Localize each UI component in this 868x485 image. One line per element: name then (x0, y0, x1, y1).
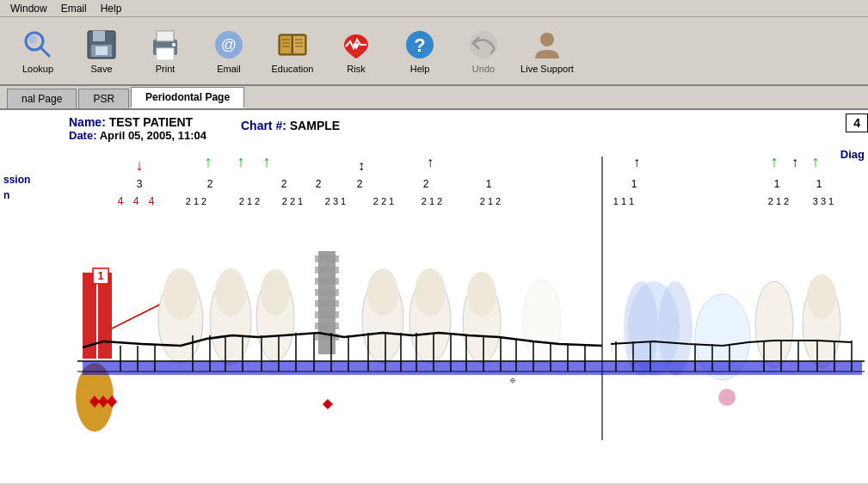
diamond-implant (323, 399, 333, 409)
arrow-green-up-1: ↑ (205, 153, 212, 170)
tooth-3 (210, 268, 251, 365)
num-top-6: 2 (423, 178, 429, 190)
arrow-black-up-2: ↑ (633, 155, 640, 169)
num-b-5: 2 2 1 (373, 196, 394, 206)
num-top-3: 2 (281, 178, 287, 190)
num-b-2: 2 1 2 (239, 196, 260, 206)
patient-name-row: Name: TEST PATIENT (69, 115, 206, 129)
svg-point-32 (163, 268, 198, 320)
num-top-10: 1 (816, 178, 822, 190)
risk-label: Risk (347, 64, 365, 74)
num-top-8: 1 (631, 178, 637, 190)
livesupport-label: Live Support (520, 64, 574, 74)
svg-point-27 (540, 33, 554, 46)
chart-label: Chart #: (241, 119, 286, 132)
svg-rect-21 (295, 42, 303, 44)
svg-rect-40 (315, 278, 339, 285)
print-icon (148, 28, 182, 62)
print-button[interactable]: Print (134, 21, 196, 81)
chart-value: SAMPLE (290, 119, 340, 132)
svg-rect-18 (282, 42, 290, 44)
education-button[interactable]: Education (262, 21, 323, 81)
tooth-7 (409, 268, 451, 363)
tooth-11 (755, 281, 793, 367)
risk-icon: ♥ (339, 28, 373, 62)
lookup-icon (21, 28, 55, 62)
lookup-label: Lookup (22, 64, 53, 74)
svg-rect-38 (315, 255, 339, 262)
menu-window[interactable]: Window (3, 1, 54, 16)
svg-point-34 (215, 268, 246, 316)
num-b-6: 2 1 2 (422, 196, 442, 206)
svg-point-59 (807, 274, 836, 319)
tab-nal[interactable]: nal Page (7, 89, 77, 108)
num-b-10: 3 3 1 (813, 196, 834, 206)
svg-rect-44 (315, 322, 339, 329)
svg-point-36 (261, 269, 290, 316)
menubar: Window Email Help (0, 0, 868, 17)
education-icon (275, 28, 310, 62)
toolbar: Lookup Save Print (0, 17, 868, 86)
svg-rect-4 (93, 31, 105, 41)
num-top-1: 3 (137, 178, 143, 190)
tab-psr[interactable]: PSR (78, 89, 129, 108)
svg-point-2 (28, 35, 37, 44)
menu-email[interactable]: Email (54, 1, 94, 16)
undo-button[interactable]: Undo (452, 21, 514, 81)
tab-periodontal[interactable]: Periodontal Page (131, 87, 244, 108)
help-icon: ? (403, 28, 437, 62)
tooth-8 (463, 272, 501, 363)
num-red-1: 4 (118, 195, 124, 207)
num-red-2: 4 (133, 195, 139, 207)
tooth-2 (158, 268, 203, 363)
email-icon: @ (212, 28, 246, 62)
menu-help[interactable]: Help (94, 1, 129, 16)
svg-text:@: @ (221, 36, 237, 53)
date-label: Date: (69, 129, 97, 142)
tooth-gap (523, 280, 561, 363)
blue-bar-right (607, 361, 862, 375)
risk-button[interactable]: ♥ Risk (325, 21, 387, 81)
svg-rect-30 (98, 273, 112, 359)
email-label: Email (217, 64, 241, 74)
svg-rect-41 (315, 289, 339, 296)
patient-date-row: Date: April 05, 2005, 11:04 (69, 129, 206, 142)
num-red-3: 4 (149, 195, 155, 207)
arrow-black-up-1: ↑ (427, 155, 434, 169)
name-value: TEST PATIENT (109, 115, 193, 129)
svg-point-51 (467, 272, 496, 316)
chart-number-row: Chart #: SAMPLE (241, 119, 340, 132)
tooth-1: 1 (76, 268, 172, 432)
arrow-black-up-right: ↑ (791, 155, 798, 169)
arrow-green-up-3: ↑ (263, 153, 271, 170)
arrow-green-up-right-2: ↑ (812, 153, 820, 170)
undo-label: Undo (472, 64, 495, 74)
svg-rect-17 (282, 39, 290, 40)
svg-point-47 (367, 268, 398, 316)
num-top-9: 1 (774, 178, 780, 190)
lookup-button[interactable]: Lookup (7, 21, 69, 81)
pink-marker (718, 389, 736, 406)
svg-line-1 (40, 47, 50, 57)
periodontal-chart-svg: ↓ ↑ ↑ ↑ ↕ ↑ ↑ ↑ ↑ ↑ 3 2 2 2 2 2 1 1 1 (0, 148, 868, 440)
chart-badge: 4 (846, 114, 868, 132)
date-value: April 05, 2005, 11:04 (100, 129, 206, 142)
arrow-green-up-2: ↑ (237, 153, 245, 170)
cursor-indicator: ⌖ (509, 373, 516, 387)
num-top-4: 2 (316, 178, 322, 190)
svg-rect-10 (172, 43, 175, 46)
svg-rect-20 (295, 39, 303, 40)
patient-info: Name: TEST PATIENT Date: April 05, 2005,… (0, 110, 868, 142)
num-b-1: 2 1 2 (186, 196, 206, 206)
livesupport-button[interactable]: Live Support (516, 21, 578, 81)
arrow-green-up-right-1: ↑ (771, 153, 779, 170)
main-content: Name: TEST PATIENT Date: April 05, 2005,… (0, 110, 868, 483)
help-label: Help (410, 64, 430, 74)
save-icon (84, 28, 119, 62)
num-b-3: 2 2 1 (282, 196, 303, 206)
num-top-5: 2 (357, 178, 363, 190)
email-button[interactable]: @ Email (198, 21, 260, 81)
help-button[interactable]: ? Help (389, 21, 451, 81)
education-label: Education (272, 64, 314, 74)
save-button[interactable]: Save (71, 21, 132, 81)
